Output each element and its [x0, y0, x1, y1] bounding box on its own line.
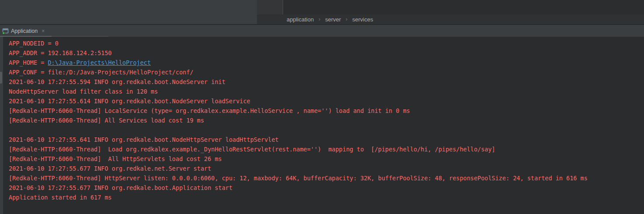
log-line-blank [9, 125, 644, 135]
run-console: APP_NODEID = 0 APP_ADDR = 192.168.124.2:… [0, 37, 644, 214]
tab-application-label: Application [11, 28, 38, 34]
breadcrumb-item-application[interactable]: application [287, 16, 314, 23]
ide-window: application › server › services Applicat… [0, 0, 644, 214]
log-line-prefix: APP_HOME = [9, 59, 48, 66]
log-line: APP_NODEID = 0 [9, 39, 644, 48]
run-toolwindow-tab-bar: Application × [0, 24, 644, 37]
log-line: [Redkale-HTTP:6060-Thread] All Services … [9, 116, 644, 125]
log-line: APP_ADDR = 192.168.124.2:5150 [9, 48, 644, 58]
log-line: 2021-06-10 17:27:55.677 INFO org.redkale… [9, 183, 644, 193]
editor-left-panel [0, 0, 257, 24]
console-log: APP_NODEID = 0 APP_ADDR = 192.168.124.2:… [9, 39, 644, 202]
run-console-icon [2, 28, 9, 35]
app-home-link[interactable]: D:\Java-Projects\HelloProject [48, 59, 151, 66]
breadcrumb-item-services[interactable]: services [352, 16, 373, 23]
chevron-right-icon: › [346, 16, 347, 22]
editor-gutter [257, 0, 283, 14]
chevron-right-icon: › [319, 16, 320, 22]
breadcrumb: application › server › services [257, 14, 644, 24]
log-line: Application started in 617 ms [9, 193, 644, 202]
tab-application[interactable]: Application × [0, 25, 48, 37]
close-icon[interactable]: × [42, 28, 45, 34]
log-line: NodeHttpServer load filter class in 120 … [9, 87, 644, 96]
log-line: [Redkale-HTTP:6060-Thread] HttpServer li… [9, 173, 644, 183]
editor-area [284, 0, 644, 14]
log-line: [Redkale-HTTP:6060-Thread] LocalService … [9, 106, 644, 116]
log-line: APP_CONF = file:/D:/Java-Projects/HelloP… [9, 67, 644, 77]
tool-window-stripe [0, 37, 3, 214]
stripe-handle[interactable] [0, 72, 2, 84]
log-line: 2021-06-10 17:27:55.641 INFO org.redkale… [9, 135, 644, 144]
log-line: 2021-06-10 17:27:55.594 INFO org.redkale… [9, 77, 644, 87]
log-line: [Redkale-HTTP:6060-Thread] All HttpServl… [9, 154, 644, 164]
log-line: [Redkale-HTTP:6060-Thread] Load org.redk… [9, 144, 644, 154]
breadcrumb-item-server[interactable]: server [325, 16, 341, 23]
log-line: APP_HOME = D:\Java-Projects\HelloProject [9, 58, 644, 67]
log-line: 2021-06-10 17:27:55.677 INFO org.redkale… [9, 164, 644, 173]
log-line: 2021-06-10 17:27:55.614 INFO org.redkale… [9, 96, 644, 106]
